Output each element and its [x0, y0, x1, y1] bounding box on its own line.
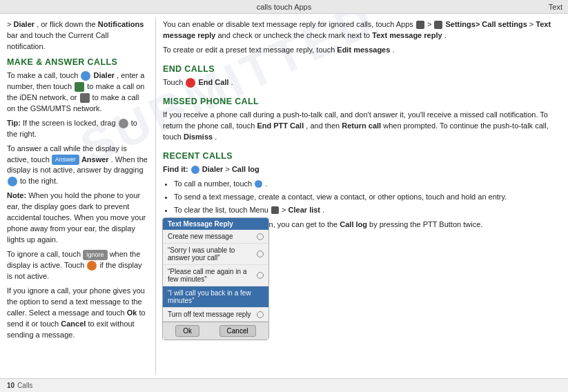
- text-reply-para: You can enable or disable text message r…: [163, 19, 558, 41]
- bottom-bar: 10 Calls: [0, 378, 568, 392]
- top-bar-right-text: Text: [549, 3, 562, 11]
- note-para: Note: When you hold the phone to your ea…: [7, 190, 148, 246]
- missed-call-para: If you receive a phone call during a pus…: [163, 110, 558, 143]
- find-it-para: Find it: Dialer > Call log: [163, 164, 558, 175]
- content-wrapper: > Dialer , or flick down the Notificatio…: [0, 14, 568, 378]
- answer-button-ref: Answer: [52, 155, 79, 165]
- notifications-ref: Notifications: [98, 20, 144, 28]
- end-calls-heading: END CALLS: [163, 63, 558, 75]
- tip1: Tip: If the screen is locked, drag to th…: [7, 118, 148, 140]
- top-bar: calls touch Apps Text: [0, 0, 568, 14]
- list-item: To send a text message, create a contact…: [174, 192, 558, 203]
- dialog-radio-create: [257, 233, 264, 240]
- intro-para: > Dialer , or flick down the Notificatio…: [7, 19, 148, 52]
- iden-call-icon: [75, 82, 84, 92]
- edit-messages-para: To create or edit a preset text message …: [163, 45, 558, 56]
- page-number: 10: [7, 382, 14, 389]
- content-area: SUBMITTED > Dialer , or flick down the N…: [0, 14, 568, 378]
- inactive-ignore-icon: [87, 261, 97, 271]
- dialer-ref: Dialer: [13, 20, 35, 28]
- missed-call-heading: MISSED PHONE CALL: [163, 95, 558, 108]
- dialog-radio-will-call: [257, 293, 264, 300]
- dialog-item-sorry[interactable]: “Sorry I was unable to answer your call”: [163, 244, 268, 265]
- recent-calls-list: To call a number, touch . To send a text…: [174, 179, 558, 216]
- dialog-header: Text Message Reply: [163, 218, 268, 230]
- left-column: > Dialer , or flick down the Notificatio…: [0, 14, 155, 378]
- dialog-radio-turn-off: [257, 311, 264, 318]
- dialog-item-will-call[interactable]: “I will call you back in a few minutes”: [163, 286, 268, 308]
- apps-icon: [416, 21, 424, 29]
- end-call-icon: [186, 78, 195, 88]
- make-call-para: To make a call, touch Dialer , enter a n…: [7, 70, 148, 115]
- dialog-ok-button[interactable]: Ok: [175, 325, 199, 337]
- recent-calls-heading: RECENT CALLS: [163, 150, 558, 162]
- list-item: To call a number, touch .: [174, 179, 558, 190]
- answer-para: To answer a call while the display is ac…: [7, 144, 148, 188]
- dialog-item-turn-off[interactable]: Turn off text message reply: [163, 308, 268, 322]
- dialog-item-create[interactable]: Create new message: [163, 230, 268, 244]
- dialog-radio-please: [257, 272, 264, 279]
- settings-icon: [434, 21, 442, 29]
- find-dialer-icon: [191, 166, 199, 174]
- menu-icon: [271, 206, 279, 214]
- dialog-footer: Ok Cancel: [163, 322, 268, 340]
- drag-icon: [8, 177, 17, 186]
- dialer-icon: [81, 71, 90, 81]
- section-label: Calls: [17, 382, 32, 389]
- dialog-radio-sorry: [257, 251, 264, 257]
- make-answer-calls-heading: MAKE & ANSWER CALLS: [7, 56, 148, 68]
- gsm-call-icon: [80, 93, 90, 103]
- end-call-para: Touch End Call .: [163, 77, 558, 88]
- dialog-item-please[interactable]: “Please call me again in a few minutes”: [163, 265, 268, 286]
- text-message-reply-dialog: Text Message Reply Create new message “S…: [162, 217, 269, 340]
- dialog-cancel-button[interactable]: Cancel: [219, 325, 256, 337]
- list-item: To clear the list, touch Menu > Clear li…: [174, 205, 558, 216]
- lock-drag-icon: [119, 119, 128, 128]
- ignore-msg-para: If you ignore a call, your phone gives y…: [7, 286, 148, 341]
- call-icon: [255, 180, 262, 188]
- ignore-button-ref: Ignore: [83, 250, 108, 260]
- top-bar-center-text: calls touch Apps: [257, 3, 312, 11]
- ignore-para: To ignore a call, touch Ignore when the …: [7, 249, 148, 282]
